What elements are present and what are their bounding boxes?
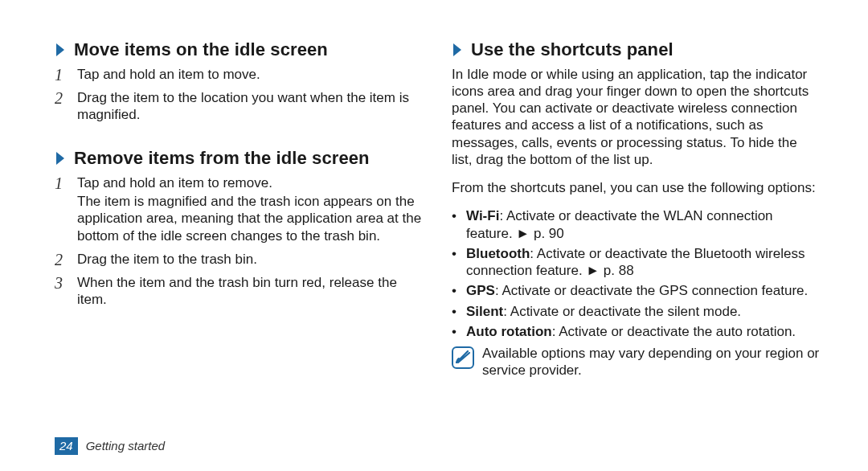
step-line: Drag the item to the trash bin.: [77, 251, 423, 268]
option-desc: : Activate or deactivate the WLAN connec…: [466, 208, 773, 240]
step-number: 3: [55, 274, 69, 310]
step-line: When the item and the trash bin turn red…: [77, 274, 423, 309]
option-auto-rotation: Auto rotation: Activate or deactivate th…: [452, 323, 820, 340]
step-2: 2 Drag the item to the location you want…: [55, 89, 423, 125]
intro-paragraph: In Idle mode or while using an applicati…: [452, 66, 820, 169]
step-content: Drag the item to the trash bin.: [77, 251, 423, 269]
option-label: Wi-Fi: [466, 208, 499, 223]
options-intro: From the shortcuts panel, you can use th…: [452, 179, 820, 196]
footer-section-label: Getting started: [86, 439, 165, 454]
option-label: Silent: [466, 304, 503, 319]
option-desc: : Activate or deactivate the auto rotati…: [552, 324, 796, 339]
option-silent: Silent: Activate or deactivate the silen…: [452, 303, 820, 320]
shortcuts-options-list: Wi-Fi: Activate or deactivate the WLAN c…: [452, 207, 820, 340]
steps-move-items: 1 Tap and hold an item to move. 2 Drag t…: [55, 66, 423, 125]
option-label: GPS: [466, 283, 495, 298]
manual-page: Move items on the idle screen 1 Tap and …: [0, 0, 868, 471]
step-3: 3 When the item and the trash bin turn r…: [55, 274, 423, 310]
heading-remove-items: Remove items from the idle screen: [55, 147, 423, 170]
option-wifi: Wi-Fi: Activate or deactivate the WLAN c…: [452, 207, 820, 242]
heading-shortcuts-panel: Use the shortcuts panel: [452, 39, 820, 61]
note-text: Available options may vary depending on …: [482, 345, 820, 379]
step-line: Tap and hold an item to remove.: [77, 174, 423, 191]
chevron-right-icon: [452, 43, 463, 57]
step-line: The item is magnified and the trash icon…: [77, 193, 423, 244]
heading-text: Move items on the idle screen: [74, 39, 328, 61]
option-label: Auto rotation: [466, 324, 552, 339]
chevron-right-icon: [55, 151, 66, 166]
heading-text: Use the shortcuts panel: [471, 39, 674, 61]
step-content: Tap and hold an item to remove. The item…: [77, 174, 423, 246]
option-desc: : Activate or deactivate the silent mode…: [503, 304, 741, 319]
step-content: Tap and hold an item to move.: [77, 66, 423, 84]
left-column: Move items on the idle screen 1 Tap and …: [55, 39, 423, 428]
step-content: Drag the item to the location you want w…: [77, 89, 423, 125]
step-1: 1 Tap and hold an item to move.: [55, 66, 423, 84]
step-number: 2: [55, 251, 69, 269]
chevron-right-icon: [55, 43, 66, 57]
step-2: 2 Drag the item to the trash bin.: [55, 251, 423, 269]
step-number: 1: [55, 174, 69, 246]
note-row: Available options may vary depending on …: [452, 345, 820, 379]
step-line: Drag the item to the location you want w…: [77, 89, 423, 124]
step-1: 1 Tap and hold an item to remove. The it…: [55, 174, 423, 246]
option-gps: GPS: Activate or deactivate the GPS conn…: [452, 282, 820, 299]
option-label: Bluetooth: [466, 246, 530, 261]
option-bluetooth: Bluetooth: Activate or deactivate the Bl…: [452, 245, 820, 280]
page-footer: 24 Getting started: [55, 437, 820, 455]
step-number: 1: [55, 66, 69, 84]
option-desc: : Activate or deactivate the GPS connect…: [495, 283, 808, 298]
heading-text: Remove items from the idle screen: [74, 147, 370, 170]
note-icon: [452, 346, 474, 369]
step-content: When the item and the trash bin turn red…: [77, 274, 423, 310]
two-column-layout: Move items on the idle screen 1 Tap and …: [55, 39, 820, 428]
step-line: Tap and hold an item to move.: [77, 66, 423, 83]
page-number-badge: 24: [55, 437, 78, 455]
heading-move-items: Move items on the idle screen: [55, 39, 423, 61]
step-number: 2: [55, 89, 69, 125]
steps-remove-items: 1 Tap and hold an item to remove. The it…: [55, 174, 423, 310]
right-column: Use the shortcuts panel In Idle mode or …: [452, 39, 820, 428]
